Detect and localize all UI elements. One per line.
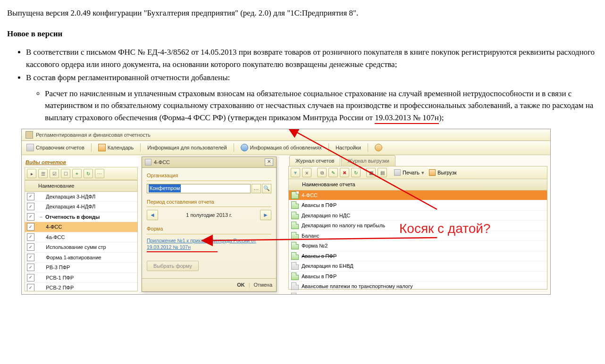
checkbox[interactable]: ✓ [27,284,34,291]
left-table-header: Наименование [25,180,138,192]
org-input[interactable]: Конфетпром [147,184,251,193]
highlighted-date: 19.03.2013 № 107н [375,113,439,124]
document-icon [291,191,299,199]
rt-delete[interactable]: ✖ [340,168,349,177]
mini-btn-add[interactable]: + [72,169,82,178]
row-label: Декларация по земельному налогу (годовая… [302,293,410,295]
rt-refresh[interactable]: ↻ [351,168,361,177]
left-row[interactable]: ✓ Форма 1-квотирование [25,253,137,263]
rt-print[interactable]: Печать▾ [393,169,426,177]
form-link[interactable]: Приложение №1 к приказу Минтруда России … [147,237,271,251]
left-row[interactable]: ✓ РСВ-1 ПФР [25,273,137,283]
row-label: 4а-ФСС [46,233,65,241]
checkbox[interactable]: ✓ [27,243,34,251]
popup-ok-button[interactable]: OK [237,281,245,289]
mini-btn-check-all[interactable]: ☑ [50,169,59,178]
period-next-button[interactable]: ► [260,210,271,220]
toolbar-settings[interactable]: Настройки [334,143,363,153]
right-table-header: Наименование отчета [289,179,547,190]
checkbox[interactable]: ✓ [27,193,34,200]
rt-copy[interactable]: ⧉ [317,168,327,177]
row-label: РВ-3 ПФР [46,264,70,272]
mini-btn-expand[interactable]: ▸ [27,169,36,178]
row-label: Декларация по НДС [302,212,350,220]
toolbar-info-users[interactable]: Информация для пользователей [145,143,228,153]
right-table-body: 4-ФССАвансы в ПФРДекларация по НДСДеклар… [289,190,547,295]
left-row[interactable]: ✓ 4-ФСС [25,222,137,232]
row-label: Авансы в ПФР [302,273,336,281]
document-icon [291,282,299,290]
article-list: В соответствии с письмом ФНС № ЕД-4-3/85… [7,46,598,124]
row-label: Форма 1-квотирование [46,254,101,262]
mini-btn-menu[interactable]: ⋯ [95,169,104,178]
right-row[interactable]: Авансы в ПФР [289,272,547,282]
row-label: Отчетность в фонды [45,213,100,221]
right-row[interactable]: Авансовые платежи по транспортному налог… [289,281,547,292]
mini-btn-refresh[interactable]: ↻ [84,169,93,178]
period-label: Период составления отчета [147,198,271,207]
toolbar-info-updates[interactable]: Информация об обновлениях [239,143,324,153]
document-icon [291,293,299,295]
mini-btn-list[interactable]: ☰ [38,169,48,178]
checkbox[interactable]: ✓ [27,203,34,210]
right-row[interactable]: Форма №2 [289,241,547,251]
left-row[interactable]: ✓ Декларация 3-НДФЛ [25,192,137,202]
row-label: 4-ФСС [46,223,62,231]
toolbar-calendar[interactable]: Календарь [96,143,136,153]
right-row[interactable]: Авансы в ПФР [289,200,547,211]
row-label: Авансы в ПФР [302,252,336,260]
row-label: Декларация по налогу на прибыль [302,222,385,230]
left-row[interactable]: ✓ Использование сумм стр [25,242,137,253]
toolbar-help[interactable] [373,143,384,152]
left-row[interactable]: ✓ РВ-3 ПФР [25,263,137,273]
row-label: Декларация по ЕНВД [302,262,353,270]
rt-upload[interactable]: Выгрузк [428,169,458,177]
rt-edit[interactable]: ✎ [328,168,338,177]
right-row[interactable]: Декларация по земельному налогу (годовая… [289,292,547,295]
period-prev-button[interactable]: ◄ [147,210,158,220]
org-picker-button[interactable]: … [252,184,261,193]
select-form-button[interactable]: Выбрать форму [147,261,199,271]
left-row[interactable]: ✓ Декларация 4-НДФЛ [25,202,137,212]
calendar-icon [98,144,106,151]
right-row[interactable]: Декларация по ЕНВД [289,261,547,272]
checkbox[interactable]: ✓ [27,264,34,271]
article-bullet-1: В соответствии с письмом ФНС № ЕД-4-3/85… [26,46,598,70]
checkbox[interactable]: ✓ [27,254,34,261]
checkbox[interactable]: ✓ [27,274,34,281]
info-icon [241,144,248,151]
document-icon [291,212,299,219]
tab-journal-upload[interactable]: Журнал выгрузки [341,155,395,166]
app-icon [25,131,33,139]
right-row[interactable]: 4-ФСС [289,190,547,201]
right-toolbar: ▼ ⨯ ⧉ ✎ ✖ ↻ ▦ ▤ Печать▾ Выгрузк [289,166,547,179]
left-row[interactable]: ✓ 4а-ФСС [25,232,137,243]
annotation-text: Косяк с датой? [399,219,490,239]
checkbox[interactable]: ✓ [27,213,34,221]
popup-title-bar[interactable]: 4-ФСС ✕ [142,157,276,168]
rt-action2[interactable]: ▤ [378,168,387,177]
checkbox[interactable]: ✓ [27,223,34,231]
period-value: 1 полугодие 2013 г. [186,211,232,219]
tree-toggle-icon[interactable]: − [39,213,43,221]
right-row[interactable]: Авансы в ПФР [289,251,547,262]
left-row[interactable]: ✓ РСВ-2 ПФР [25,283,137,291]
row-label: РСВ-2 ПФР [46,284,74,291]
popup-cancel-button[interactable]: Отмена [254,281,272,289]
help-icon [375,144,382,151]
rt-clear-filter[interactable]: ⨯ [302,168,311,177]
left-row[interactable]: ✓ −Отчетность в фонды [25,212,137,223]
rt-action1[interactable]: ▦ [366,168,376,177]
rt-filter[interactable]: ▼ [291,168,300,177]
document-icon [291,232,299,240]
document-icon [291,201,299,209]
toolbar-reports-ref[interactable]: Справочник отчетов [25,143,86,153]
checkbox[interactable]: ✓ [27,233,34,241]
tab-journal-reports[interactable]: Журнал отчетов [289,155,340,166]
popup-close-button[interactable]: ✕ [265,158,273,166]
left-table-body: ✓ Декларация 3-НДФЛ✓ Декларация 4-НДФЛ✓ … [25,192,138,291]
org-lookup-button[interactable]: 🔍 [262,184,271,193]
article-sub-1: Расчет по начисленным и уплаченным страх… [45,88,598,124]
mini-btn-uncheck-all[interactable]: ☐ [61,169,70,178]
row-label: Авансы в ПФР [302,201,336,209]
